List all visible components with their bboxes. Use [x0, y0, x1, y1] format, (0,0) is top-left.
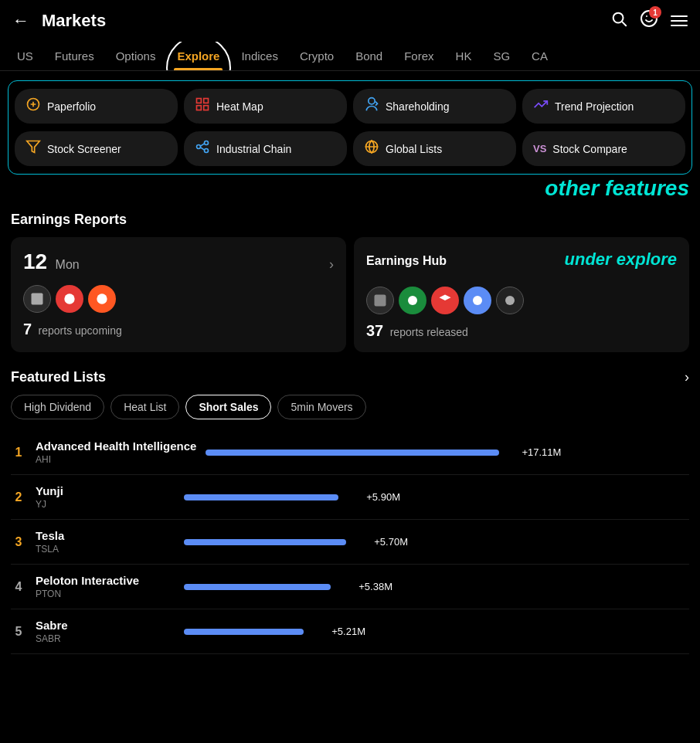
earnings-title: Earnings Reports [11, 212, 127, 228]
explore-trend-projection[interactable]: Trend Projection [522, 89, 685, 124]
stock-name-5: Sabre [36, 619, 175, 632]
tab-options[interactable]: Options [105, 42, 167, 70]
avatar-1 [23, 285, 51, 313]
svg-point-19 [97, 293, 107, 304]
explore-paperfolio[interactable]: Paperfolio [15, 89, 178, 124]
stock-value-1: +17.11M [507, 446, 561, 458]
notification-button[interactable]: 1 [640, 9, 658, 32]
explore-stock-screener[interactable]: Stock Screener [15, 131, 178, 166]
featured-section: Featured Lists › High Dividend Heat List… [0, 358, 700, 665]
stock-bar-4 [184, 584, 331, 590]
earnings-section: Earnings Reports 12 Mon › [0, 201, 700, 358]
stock-bar-container-2: +5.90M [184, 491, 689, 503]
day-number: 12 [23, 249, 47, 273]
tab-hk[interactable]: HK [445, 42, 483, 70]
tab-futures[interactable]: Futures [44, 42, 105, 70]
svg-point-12 [205, 141, 209, 145]
stock-bar-container-1: +17.11M [206, 446, 689, 458]
rank-3: 3 [11, 535, 26, 549]
tab-forex[interactable]: Forex [393, 42, 444, 70]
tab-ca[interactable]: CA [521, 42, 559, 70]
stock-bar-container-3: +5.70M [184, 536, 689, 548]
hub-avatar-2 [399, 287, 426, 314]
stock-compare-icon: VS [533, 143, 546, 154]
svg-point-18 [64, 293, 74, 304]
svg-marker-10 [27, 141, 40, 153]
paperfolio-label: Paperfolio [47, 100, 96, 113]
stock-row-1[interactable]: 1 Advanced Health Intelligence AHI +17.1… [11, 430, 689, 475]
stock-info-4: Peloton Interactive PTON [36, 574, 175, 599]
stock-value-4: +5.38M [338, 581, 392, 592]
svg-point-22 [473, 296, 482, 305]
heatmap-label: Heat Map [216, 100, 263, 113]
tab-sg[interactable]: SG [482, 42, 521, 70]
tab-us[interactable]: US [6, 42, 44, 70]
earnings-card-hub[interactable]: Earnings Hub under explore [354, 237, 689, 352]
global-lists-label: Global Lists [386, 143, 442, 155]
back-button[interactable]: ← [12, 11, 29, 31]
svg-point-21 [408, 296, 417, 305]
stock-name-4: Peloton Interactive [36, 574, 175, 587]
shareholding-label: Shareholding [386, 100, 450, 113]
stock-ticker-5: SABR [36, 633, 175, 644]
hub-reports-text: 37 reports released [366, 322, 677, 340]
stock-value-3: +5.70M [354, 536, 408, 548]
stock-compare-label: Stock Compare [552, 143, 627, 155]
hub-avatar-1 [366, 287, 394, 314]
hub-avatars [366, 287, 677, 314]
rank-1: 1 [11, 446, 26, 460]
stock-bar-5 [184, 629, 304, 635]
earnings-header: Earnings Reports [11, 212, 689, 228]
stock-row-5[interactable]: 5 Sabre SABR +5.21M [11, 609, 689, 654]
svg-line-15 [201, 148, 205, 150]
industrial-chain-icon [195, 139, 210, 158]
tab-crypto[interactable]: Crypto [289, 42, 345, 70]
stock-bar-container-5: +5.21M [184, 626, 689, 637]
heatmap-icon [195, 97, 210, 116]
search-button[interactable] [610, 10, 627, 32]
featured-arrow-icon: › [685, 369, 689, 385]
stock-info-2: Yunji YJ [36, 484, 175, 510]
stock-info-3: Tesla TSLA [36, 529, 175, 555]
trend-projection-icon [533, 97, 549, 116]
filter-5min-movers[interactable]: 5min Movers [277, 395, 365, 419]
explore-industrial-chain[interactable]: Industrial Chain [184, 131, 347, 166]
filter-short-sales[interactable]: Short Sales [185, 395, 271, 419]
svg-rect-6 [197, 99, 202, 103]
stock-screener-icon [25, 139, 41, 158]
explore-shareholding[interactable]: Shareholding [353, 89, 516, 124]
trend-projection-label: Trend Projection [555, 100, 634, 113]
filter-tabs: High Dividend Heat List Short Sales 5min… [11, 395, 689, 419]
stock-row-4[interactable]: 4 Peloton Interactive PTON +5.38M [11, 565, 689, 609]
industrial-chain-label: Industrial Chain [216, 143, 291, 155]
stock-ticker-1: AHI [36, 454, 196, 465]
tab-explore[interactable]: Explore [166, 42, 230, 70]
upcoming-count: 7 [23, 321, 32, 338]
card-arrow-icon: › [329, 256, 334, 273]
hub-avatar-3 [431, 287, 459, 314]
explore-global-lists[interactable]: Global Lists [353, 131, 516, 166]
explore-stock-compare[interactable]: VS Stock Compare [522, 131, 685, 166]
stock-bar-2 [184, 494, 338, 500]
tab-indices[interactable]: Indices [230, 42, 289, 70]
earnings-card-upcoming[interactable]: 12 Mon › 7 reports upcoming [11, 237, 346, 352]
stock-value-2: +5.90M [346, 491, 400, 503]
filter-high-dividend[interactable]: High Dividend [11, 395, 104, 419]
hub-desc: reports released [390, 326, 468, 338]
stock-bar-3 [184, 539, 346, 545]
stock-name-3: Tesla [36, 529, 175, 542]
hub-count: 37 [366, 322, 383, 339]
hub-avatar-5 [496, 287, 524, 314]
nav-tabs: US Futures Options Explore Indices Crypt… [0, 42, 700, 71]
avatar-3 [88, 285, 116, 313]
stock-row-2[interactable]: 2 Yunji YJ +5.90M [11, 475, 689, 520]
menu-button[interactable] [671, 15, 688, 26]
explore-heatmap[interactable]: Heat Map [184, 89, 347, 124]
stock-screener-label: Stock Screener [47, 143, 121, 155]
tab-bond[interactable]: Bond [345, 42, 393, 70]
stock-row-3[interactable]: 3 Tesla TSLA +5.70M [11, 520, 689, 565]
stock-name-1: Advanced Health Intelligence [36, 439, 196, 453]
filter-heat-list[interactable]: Heat List [110, 395, 179, 419]
notification-badge: 1 [649, 6, 661, 19]
stock-ticker-3: TSLA [36, 544, 175, 555]
